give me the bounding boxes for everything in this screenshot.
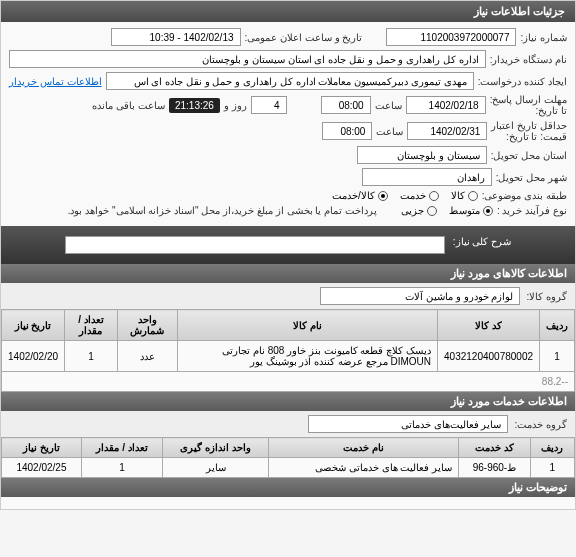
radio-goods[interactable]: کالا bbox=[451, 190, 478, 201]
services-group-field: سایر فعالیت‌های خدماتی bbox=[308, 415, 508, 433]
category-label: طبقه بندی موضوعی: bbox=[482, 190, 567, 201]
deadline-date-field: 1402/02/18 bbox=[406, 96, 486, 114]
creator-label: ایجاد کننده درخواست: bbox=[478, 76, 567, 87]
radio-medium[interactable]: متوسط bbox=[449, 205, 493, 216]
summary-label: شرح کلی نیاز: bbox=[453, 236, 511, 247]
services-table: ردیف کد خدمت نام خدمت واحد اندازه گیری ت… bbox=[1, 437, 575, 478]
col-unit: واحد شمارش bbox=[117, 310, 177, 341]
purchase-type-label: نوع فرآیند خرید : bbox=[497, 205, 567, 216]
time-label-1: ساعت bbox=[375, 100, 402, 111]
time-label-2: ساعت bbox=[376, 126, 403, 137]
col-date: تاریخ نیاز bbox=[2, 310, 65, 341]
req-no-label: شماره نیاز: bbox=[520, 32, 567, 43]
goods-table: ردیف کد کالا نام کالا واحد شمارش تعداد /… bbox=[1, 309, 575, 392]
col-qty: تعداد / مقدار bbox=[65, 310, 118, 341]
creator-field: مهدی تیموری دبیرکمیسیون معاملات اداره کل… bbox=[106, 72, 474, 90]
footer-section-header: توضیحات نیاز bbox=[1, 478, 575, 497]
deadline-until-label: تا تاریخ: bbox=[490, 105, 567, 116]
services-group-label: گروه خدمت: bbox=[514, 419, 567, 430]
category-radio-group: کالا خدمت کالا/خدمت bbox=[332, 190, 478, 201]
table-row: 1 4032120400780002 دیسک کلاچ قطعه کامیون… bbox=[2, 341, 575, 372]
countdown: 21:13:26 bbox=[169, 98, 220, 113]
buyer-label: نام دستگاه خریدار: bbox=[490, 54, 567, 65]
contact-link[interactable]: اطلاعات تماس خریدار bbox=[9, 76, 102, 87]
days-field: 4 bbox=[251, 96, 287, 114]
summary-field: خرید قطعات ودستمزد تعمیرات جهت ماشین آلا… bbox=[65, 236, 445, 254]
announce-field: 1402/02/13 - 10:39 bbox=[111, 28, 241, 46]
col-row: ردیف bbox=[540, 310, 575, 341]
table-row: --88.2 bbox=[2, 372, 575, 392]
days-label: روز و bbox=[224, 100, 247, 111]
deadline-label: مهلت ارسال پاسخ: bbox=[490, 94, 567, 105]
radio-both[interactable]: کالا/خدمت bbox=[332, 190, 388, 201]
province-label: استان محل تحویل: bbox=[491, 150, 567, 161]
radio-small[interactable]: جزیی bbox=[401, 205, 437, 216]
scol-name: نام خدمت bbox=[269, 438, 459, 458]
price-valid-date-field: 1402/02/31 bbox=[407, 122, 487, 140]
price-valid-label2: قیمت: تا تاریخ: bbox=[491, 131, 567, 142]
scol-row: ردیف bbox=[530, 438, 574, 458]
req-no-field: 1102003972000077 bbox=[386, 28, 516, 46]
province-field: سیستان و بلوچستان bbox=[357, 146, 487, 164]
announce-label: تاریخ و ساعت اعلان عمومی: bbox=[245, 32, 363, 43]
scol-date: تاریخ نیاز bbox=[2, 438, 82, 458]
scol-unit: واحد اندازه گیری bbox=[163, 438, 269, 458]
city-label: شهر محل تحویل: bbox=[496, 172, 567, 183]
remain-label: ساعت باقی مانده bbox=[92, 100, 165, 111]
scol-qty: تعداد / مقدار bbox=[81, 438, 162, 458]
main-header: جزئیات اطلاعات نیاز bbox=[1, 1, 575, 22]
goods-group-label: گروه کالا: bbox=[526, 291, 567, 302]
buyer-field: اداره کل راهداری و حمل و نقل جاده ای است… bbox=[9, 50, 486, 68]
radio-service[interactable]: خدمت bbox=[400, 190, 439, 201]
col-code: کد کالا bbox=[438, 310, 540, 341]
services-section-header: اطلاعات خدمات مورد نیاز bbox=[1, 392, 575, 411]
price-valid-label: حداقل تاریخ اعتبار bbox=[491, 120, 567, 131]
city-field: راهدان bbox=[362, 168, 492, 186]
col-name: نام کالا bbox=[177, 310, 438, 341]
table-row: 1 ط-960-96 سایر فعالیت های خدماتی شخصی س… bbox=[2, 458, 575, 478]
price-valid-time-field: 08:00 bbox=[322, 122, 372, 140]
goods-group-field: لوازم خودرو و ماشین آلات bbox=[320, 287, 520, 305]
goods-section-header: اطلاعات کالاهای مورد نیاز bbox=[1, 264, 575, 283]
scol-code: کد خدمت bbox=[459, 438, 531, 458]
payment-note: پرداخت تمام یا بخشی از مبلغ خرید،از محل … bbox=[68, 205, 377, 216]
deadline-time-field: 08:00 bbox=[321, 96, 371, 114]
purchase-type-radio-group: متوسط جزیی bbox=[401, 205, 493, 216]
